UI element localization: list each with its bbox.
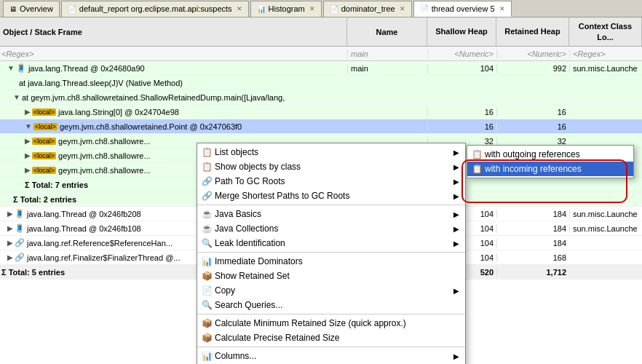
col-retained-header[interactable]: Retained Heap [496,17,569,46]
menu-item-java-collections[interactable]: ☕ Java Collections ▶ [197,221,465,236]
tab-histogram-close[interactable]: ✕ [309,5,315,12]
menu-item-merge-shortest[interactable]: 🔗 Merge Shortest Paths to GC Roots ▶ [197,189,465,203]
menu-item-show-objects-by-class[interactable]: 📋 Show objects by class ▶ [197,159,465,174]
incoming-label: with incoming references [485,164,582,174]
shallow-filter[interactable]: <Numeric> [454,50,494,58]
object-filter[interactable]: <Regex> [1,50,34,58]
menu-item-columns[interactable]: 📊 Columns... ▶ [197,349,465,363]
report-icon: 📄 [68,5,76,13]
search-label: Search Queries... [215,300,282,310]
thread-icon: 🧵 [16,63,26,73]
shallow-val: 32 [485,137,494,146]
menu-separator-2 [197,252,465,253]
tree-row[interactable]: ▼ <local> geym.jvm.ch8.shallowretained.P… [0,119,642,134]
tab-overview[interactable]: 🖥 Overview [3,1,60,17]
submenu-incoming-refs[interactable]: 📋 with incoming references [467,162,633,176]
menu-item-leak-id[interactable]: 🔍 Leak Identification ▶ [197,236,465,250]
total-label: Σ Total: 7 entries [25,181,88,189]
tree-row[interactable]: ▶ <local> java.lang.String[0] @ 0x24704e… [0,105,642,119]
menu-item-show-retained[interactable]: 📦 Show Retained Set [197,269,465,283]
expand-arrow[interactable]: ▼ [25,122,32,130]
expand-arrow[interactable]: ▶ [25,166,31,174]
expand-arrow[interactable]: ▶ [7,210,13,218]
finalizer-icon: 🔗 [15,253,25,262]
menu-item-immediate-dom[interactable]: 📊 Immediate Dominators [197,254,465,269]
stack-label2: at geym.jvm.ch8.shallowretained.ShallowR… [22,93,285,102]
shallow-val: 16 [485,122,494,131]
show-objects-icon: 📋 [202,162,213,172]
immediate-dom-label: Immediate Dominators [215,256,303,266]
retained-val: 16 [558,108,566,116]
col-shallow-header[interactable]: Shallow Heap [427,17,496,46]
tree-row[interactable]: at java.lang.Thread.sleep(J)V (Native Me… [0,76,642,90]
tab-dominator-tree[interactable]: 📄 dominator_tree ✕ [323,1,412,17]
col-object-header[interactable]: Object / Stack Frame [0,17,347,46]
expand-arrow[interactable]: ▶ [7,239,13,247]
local-tag: <local> [33,123,58,130]
name-filter[interactable]: main [351,50,368,58]
menu-item-search[interactable]: 🔍 Search Queries... [197,298,465,312]
path-gc-icon: 🔗 [202,176,213,186]
menu-item-list-objects[interactable]: 📋 List objects ▶ 📋 with outgoing referen… [197,145,465,159]
menu-item-copy[interactable]: 📄 Copy ▶ [197,283,465,298]
expand-arrow[interactable]: ▼ [13,93,20,101]
histogram-icon: 📊 [257,5,266,13]
merge-icon: 🔗 [202,191,213,201]
context-menu: 📋 List objects ▶ 📋 with outgoing referen… [197,143,466,364]
col-context-label: Context Class Lo... [572,21,638,42]
menu-list-objects-label: List objects [215,147,258,157]
context-filter[interactable]: <Regex> [573,50,606,58]
menu-separator-3 [197,314,465,314]
tab-thread-overview-close[interactable]: ✕ [499,5,505,12]
java-basics-icon: ☕ [202,209,213,219]
retained-val: 32 [558,137,566,146]
expand-arrow[interactable]: ▼ [7,64,15,72]
calc-min-label: Calculate Minimum Retained Size (quick a… [215,318,406,328]
tab-default-report[interactable]: 📄 default_report org.eclipse.mat.api:sus… [61,1,249,17]
row-retained-val: 992 [553,64,566,73]
retained-filter[interactable]: <Numeric> [527,50,566,58]
menu-item-java-basics[interactable]: ☕ Java Basics ▶ [197,207,465,221]
tree-row[interactable]: ▼ 🧵 java.lang.Thread @ 0x24680a90 main 1… [0,61,642,76]
path-gc-label: Path To GC Roots [215,176,285,186]
expand-arrow[interactable]: ▶ [7,224,13,232]
row-context-val: sun.misc.Launche [573,64,638,73]
column-headers: Object / Stack Frame Name Shallow Heap R… [0,17,642,47]
shallow-total: 520 [480,268,494,277]
menu-item-path-to-gc[interactable]: 🔗 Path To GC Roots ▶ [197,174,465,189]
outgoing-label: with outgoing references [485,149,580,159]
row-label: geym.jvm.ch8.shallowretained.Point @ 0x2… [60,122,242,131]
expand-arrow[interactable]: ▶ [25,151,31,159]
show-retained-icon: 📦 [202,271,213,281]
expand-arrow[interactable]: ▶ [7,253,13,261]
menu-separator-1 [197,205,465,205]
local-tag: <local> [32,108,56,116]
col-name-label: Name [376,28,398,36]
tab-histogram[interactable]: 📊 Histogram ✕ [250,1,322,17]
calc-min-icon: 📦 [202,318,213,328]
col-context-header[interactable]: Context Class Lo... [569,17,642,46]
expand-arrow[interactable]: ▶ [25,137,31,145]
row-label: geym.jvm.ch8.shallowre... [58,166,151,175]
tree-row[interactable]: ▼ at geym.jvm.ch8.shallowretained.Shallo… [0,90,642,105]
tab-dominator-close[interactable]: ✕ [400,5,405,12]
tab-thread-overview[interactable]: 📄 thread overview 5 ✕ [413,1,512,17]
retained-val: 184 [553,239,566,248]
col-name-header[interactable]: Name [347,17,427,46]
expand-arrow[interactable]: ▶ [25,108,31,116]
submenu-outgoing-refs[interactable]: 📋 with outgoing references [467,147,633,162]
tab-default-report-close[interactable]: ✕ [237,5,242,12]
columns-arrow: ▶ [442,352,459,360]
row-label: java.lang.ref.Reference$ReferenceHan... [27,239,173,248]
menu-item-calc-precise[interactable]: 📦 Calculate Precise Retained Size [197,331,465,345]
path-gc-arrow: ▶ [442,178,459,186]
incoming-icon: 📋 [472,164,483,174]
shallow-val: 104 [480,224,494,233]
leak-arrow: ▶ [442,240,459,248]
tab-bar: 🖥 Overview 📄 default_report org.eclipse.… [0,0,642,17]
filter-row[interactable]: <Regex> main <Numeric> <Numeric> <Regex> [0,47,642,61]
local-tag: <local> [32,138,56,145]
tree-area[interactable]: <Regex> main <Numeric> <Numeric> <Regex>… [0,47,642,364]
shallow-val: 16 [485,108,494,116]
menu-item-calc-min[interactable]: 📦 Calculate Minimum Retained Size (quick… [197,316,465,331]
